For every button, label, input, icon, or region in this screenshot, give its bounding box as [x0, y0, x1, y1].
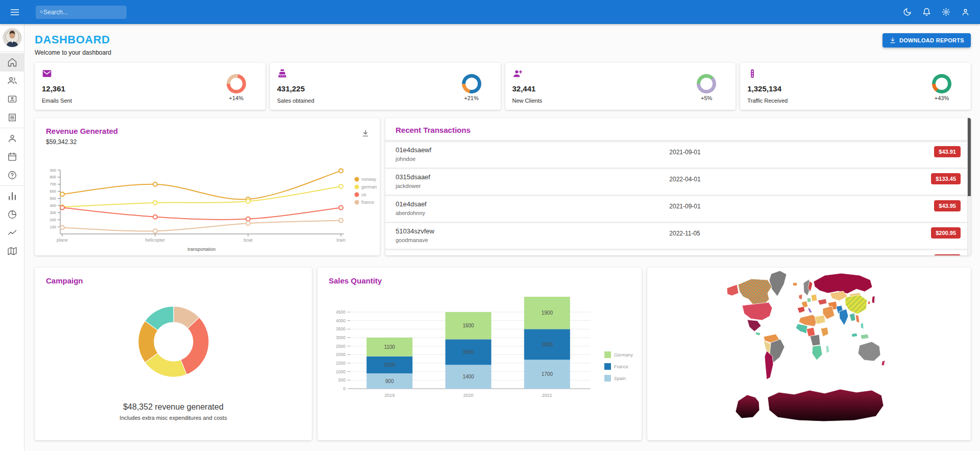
main-content: DASHBOARD Welcome to your dashboard DOWN… [24, 24, 980, 451]
sidebar-item-bar-chart[interactable] [0, 187, 24, 205]
svg-text:2000: 2000 [336, 352, 346, 357]
svg-text:us: us [361, 192, 366, 197]
svg-text:0: 0 [343, 386, 346, 391]
svg-text:2021: 2021 [542, 393, 552, 398]
user-avatar[interactable] [3, 28, 22, 48]
svg-text:1100: 1100 [384, 344, 395, 350]
country-new-guinea [861, 334, 869, 339]
menu-icon[interactable] [7, 5, 22, 20]
country-alaska [727, 284, 739, 296]
scrollbar-thumb[interactable] [968, 118, 971, 196]
country-west-africa [796, 324, 807, 334]
svg-text:transportation: transportation [187, 247, 215, 252]
transaction-amount-badge: $133.45 [931, 173, 961, 184]
download-icon[interactable] [361, 129, 370, 139]
transaction-row: 0a123sb 2022-11-02 $13.55 [385, 250, 971, 255]
progress-circle [462, 74, 481, 93]
svg-text:Spain: Spain [614, 376, 626, 381]
svg-text:4500: 4500 [336, 310, 346, 315]
person-icon [7, 133, 17, 144]
transaction-user: aberdohnny [396, 210, 961, 216]
country-russia [814, 273, 872, 294]
sidebar-item-manage-team[interactable] [0, 72, 24, 90]
country-japan [872, 296, 875, 303]
transaction-date: 2021-09-01 [669, 203, 700, 210]
sidebar-item-contacts[interactable] [0, 90, 24, 108]
svg-text:helicopter: helicopter [145, 238, 165, 243]
svg-text:1800: 1800 [542, 342, 553, 347]
sidebar-item-dashboard[interactable] [0, 53, 24, 72]
people-icon [7, 76, 17, 86]
campaign-note: Includes extra misc expenditures and cos… [119, 415, 227, 421]
transaction-date: 2022-04-01 [669, 176, 700, 183]
stat-delta: +14% [224, 95, 249, 101]
stat-value: 1,325,134 [747, 84, 964, 93]
transaction-amount-badge: $43.91 [934, 146, 961, 157]
svg-text:1000: 1000 [336, 369, 346, 374]
svg-text:Germany: Germany [614, 352, 633, 358]
sidebar-item-profile-form[interactable] [0, 129, 24, 148]
country-spain [797, 306, 805, 313]
sidebar-item-calendar[interactable] [0, 148, 24, 166]
transactions-title: Recent Transactions [396, 126, 961, 134]
svg-text:1400: 1400 [462, 374, 474, 379]
profile-icon[interactable] [958, 5, 973, 20]
progress-circle [932, 74, 951, 93]
sidebar-item-faq[interactable] [0, 166, 24, 184]
stat-delta: +43% [929, 95, 954, 101]
svg-text:800: 800 [50, 175, 56, 179]
svg-text:300: 300 [50, 210, 56, 215]
sidebar-item-line-chart[interactable] [0, 224, 24, 242]
point-of-sale-icon [277, 68, 287, 79]
country-drc [810, 335, 820, 346]
transaction-id: 0a123sb [396, 254, 961, 255]
transaction-amount-badge: $43.95 [934, 200, 961, 211]
svg-text:4000: 4000 [336, 318, 346, 323]
page-subtitle: Welcome to your dashboard [35, 49, 111, 56]
download-icon [889, 37, 896, 44]
country-italy [807, 307, 812, 313]
transaction-row: 51034szvfew goodmanave 2022-11-05 $200.9… [385, 223, 971, 250]
sidebar-item-invoices[interactable] [0, 108, 24, 127]
download-reports-label: DOWNLOAD REPORTS [899, 37, 964, 43]
line-chart-icon [7, 228, 17, 238]
svg-text:plane: plane [57, 238, 68, 243]
settings-icon[interactable] [938, 5, 953, 20]
svg-text:1500: 1500 [462, 349, 474, 355]
country-new-zealand [881, 360, 885, 366]
campaign-donut-chart [119, 287, 228, 396]
svg-text:700: 700 [50, 182, 56, 186]
notifications-icon[interactable] [919, 5, 934, 20]
transaction-row: 01e4dsaef aberdohnny 2021-09-01 $43.95 [385, 196, 971, 223]
country-philippines [861, 323, 864, 329]
dark-mode-icon[interactable] [899, 5, 915, 20]
geography-panel [647, 268, 971, 440]
search-input[interactable] [36, 6, 127, 19]
svg-text:100: 100 [50, 225, 56, 229]
sidebar-item-pie-chart[interactable] [0, 205, 24, 224]
svg-text:1700: 1700 [542, 371, 553, 377]
svg-text:France: France [614, 364, 628, 369]
country-turkey [818, 299, 827, 305]
country-germany [807, 298, 811, 302]
country-uk [799, 294, 802, 300]
sales-quantity-panel: Sales Quantity 0500100015002000250030003… [317, 268, 642, 440]
bar-chart-icon [7, 191, 17, 201]
revenue-amount: $59,342.32 [46, 138, 369, 146]
svg-text:3500: 3500 [336, 326, 346, 331]
sidebar-item-geography[interactable] [0, 242, 24, 260]
traffic-icon [747, 68, 757, 79]
svg-text:900: 900 [50, 168, 56, 173]
antarctica-east [768, 389, 884, 421]
search-field[interactable] [43, 9, 122, 16]
download-reports-button[interactable]: DOWNLOAD REPORTS [883, 33, 971, 48]
stat-card-emails: 12,361 Emails Sent +14% [35, 63, 265, 110]
country-east-europe [811, 294, 817, 301]
transaction-row: 01e4dsaewf johndoe 2021-09-01 $43.91 [385, 141, 971, 169]
country-mexico [747, 320, 761, 331]
receipt-icon [7, 112, 17, 123]
sidebar [0, 24, 24, 451]
stat-value: 12,361 [42, 84, 258, 93]
svg-text:2500: 2500 [336, 344, 346, 349]
country-china [845, 295, 867, 314]
